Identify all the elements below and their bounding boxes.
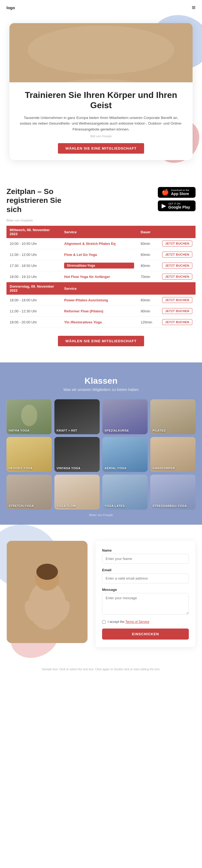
class-time: 10:00 - 10:50 Uhr <box>6 238 41 249</box>
class-label: YOGA FLOW <box>57 504 76 507</box>
svg-point-14 <box>21 405 37 426</box>
app-badges: 🍎 Download on the App Store ▶ GET IT ON … <box>158 187 196 211</box>
contact-image <box>7 541 88 643</box>
name-input[interactable] <box>102 554 189 564</box>
class-row: 18:00 - 19:00 Uhr Power-Pilates-Ausrüstu… <box>6 294 196 306</box>
class-card-kraft[interactable]: KRAFT + HIIT <box>54 399 100 434</box>
message-input[interactable] <box>102 593 189 615</box>
class-time: 18:00 - 19:10 Uhr <box>6 271 41 282</box>
class-label: STRETCH-YOGA <box>9 504 34 507</box>
hero-cta-button[interactable]: WÄHLEN SIE EINE MITGLIEDSCHAFT <box>58 143 144 154</box>
book-button[interactable]: JETZT BUCHEN <box>162 319 192 325</box>
email-group: Email <box>102 568 189 583</box>
schedule-membership-wrap: WÄHLEN SIE EINE MITGLIEDSCHAFT <box>6 328 196 354</box>
svg-point-10 <box>158 52 173 70</box>
class-card-stretch[interactable]: STRETCH-YOGA <box>6 475 52 509</box>
class-card-yogalates[interactable]: YOGA LATES <box>102 475 148 509</box>
class-card-yogaflow[interactable]: YOGA FLOW <box>54 475 100 509</box>
class-card-heisses[interactable]: HEISSES YOGA <box>6 437 52 472</box>
class-card-pilates[interactable]: PILATES <box>150 399 196 434</box>
class-duration: 70min <box>137 271 159 282</box>
app-store-name: App Store <box>171 192 189 196</box>
app-store-badge[interactable]: 🍎 Download on the App Store <box>158 187 196 198</box>
submit-button[interactable]: EINSCHICKEN <box>102 628 189 640</box>
class-duration: 60min <box>137 238 159 249</box>
contact-inner: Name Email Message I accept the Terms of… <box>7 541 195 647</box>
class-service: Reformer Flow (Pilates) <box>61 306 137 317</box>
class-label: SPEZIALKURSE <box>105 429 129 432</box>
class-card-aerial[interactable]: AERIAL YOGA <box>102 437 148 472</box>
day-header-2: Donnerstag, 09. November 2022 Service <box>6 282 196 295</box>
class-service-highlighted: Stressabbau-Yoga <box>61 260 137 271</box>
class-time: 11:00 - 12:00 Uhr <box>6 249 41 260</box>
google-play-badge[interactable]: ▶ GET IT ON Google Play <box>158 200 196 211</box>
class-card-ganzkorper[interactable]: GANZKÖRPER <box>150 437 196 472</box>
terms-row: I accept the Terms of Service <box>102 620 189 624</box>
class-card-stressabbau[interactable]: STRESSABBAU-YOGA <box>150 475 196 509</box>
class-service: Hot Flow Yoga für Anfänger <box>61 271 137 282</box>
class-row: 18:00 - 19:10 Uhr Hot Flow Yoga für Anfä… <box>6 271 196 282</box>
class-service: Alignment & Stretch Pilates Eq <box>61 238 137 249</box>
contact-form: Name Email Message I accept the Terms of… <box>96 541 195 647</box>
schedule-membership-button[interactable]: WÄHLEN SIE EINE MITGLIEDSCHAFT <box>58 336 144 346</box>
class-label: HATHA YOGA <box>9 429 30 432</box>
contact-section: Name Email Message I accept the Terms of… <box>0 525 202 663</box>
terms-link[interactable]: Terms of Service <box>125 620 149 624</box>
navbar: logo ≡ <box>0 0 202 15</box>
day-header-1: Mittwoch, 08. November 2023 Service Daue… <box>6 226 196 238</box>
book-button[interactable]: JETZT BUCHEN <box>162 252 192 257</box>
classes-grid: HATHA YOGA KRAFT + HIIT SPEZIALKURSE PIL… <box>6 399 196 509</box>
svg-point-7 <box>94 39 108 52</box>
footer-note: Sample text. Click to select the text bo… <box>0 663 202 675</box>
svg-rect-0 <box>9 23 193 82</box>
app-store-pre: Download on the <box>171 189 189 192</box>
classes-title: Klassen <box>6 376 196 386</box>
day-1-duration-header: Dauer <box>137 226 159 238</box>
class-card-vinyasa[interactable]: VINYASA YOGA <box>54 437 100 472</box>
class-label: STRESSABBAU-YOGA <box>152 504 187 507</box>
class-label: YOGA LATES <box>105 504 125 507</box>
svg-point-8 <box>131 49 147 70</box>
message-group: Message <box>102 588 189 616</box>
hero-image <box>9 23 193 82</box>
book-button[interactable]: JETZT BUCHEN <box>162 297 192 303</box>
book-button[interactable]: JETZT BUCHEN <box>162 308 192 314</box>
day-2-date: Donnerstag, 09. November 2022 <box>6 282 61 295</box>
schedule-table: Mittwoch, 08. November 2023 Service Daue… <box>6 226 196 328</box>
day-1-date: Mittwoch, 08. November 2023 <box>6 226 61 238</box>
class-time: 11:00 - 12:30 Uhr <box>6 306 41 317</box>
class-duration: 120min <box>137 317 159 328</box>
schedule-section: Zeitplan – So registrieren Sie sich 🍎 Do… <box>0 174 202 363</box>
hero-section: Trainieren Sie Ihren Körper und Ihren Ge… <box>0 15 202 174</box>
hamburger-icon[interactable]: ≡ <box>192 4 196 11</box>
hero-photo-credit: Bild von Freepik <box>18 134 184 138</box>
email-label: Email <box>102 568 189 572</box>
classes-section: Klassen Was wir unseren Mitgliedern zu b… <box>0 363 202 525</box>
class-service: Yin /Restoratives Yoga <box>61 317 137 328</box>
book-button[interactable]: JETZT BUCHEN <box>162 241 192 246</box>
svg-point-9 <box>133 43 144 54</box>
contact-form-column: Name Email Message I accept the Terms of… <box>96 541 195 647</box>
svg-point-2 <box>29 52 44 70</box>
book-button[interactable]: JETZT BUCHEN <box>162 274 192 280</box>
contact-image-column <box>7 541 88 643</box>
class-duration: 60min <box>137 249 159 260</box>
class-time: 18:00 - 20:00 Uhr <box>6 317 41 328</box>
class-card-hatha[interactable]: HATHA YOGA <box>6 399 52 434</box>
schedule-header: Zeitplan – So registrieren Sie sich 🍎 Do… <box>6 187 196 214</box>
class-time: 18:00 - 19:00 Uhr <box>6 294 41 306</box>
terms-checkbox[interactable] <box>102 620 106 624</box>
hero-text-block: Trainieren Sie Ihren Körper und Ihren Ge… <box>9 82 193 160</box>
svg-point-6 <box>92 46 110 70</box>
svg-rect-12 <box>9 23 193 82</box>
class-card-spezial[interactable]: SPEZIALKURSE <box>102 399 148 434</box>
class-service: Power-Pilates-Ausrüstung <box>61 294 137 306</box>
class-label: HEISSES YOGA <box>9 467 33 470</box>
classes-photo-credit: Bilder von Freepik <box>6 514 196 517</box>
google-play-name: Google Play <box>168 205 190 209</box>
svg-point-3 <box>31 45 41 55</box>
class-duration: 80min <box>137 260 159 271</box>
book-button[interactable]: JETZT BUCHEN <box>162 262 192 269</box>
email-input[interactable] <box>102 574 189 583</box>
class-label: VINYASA YOGA <box>57 467 81 470</box>
